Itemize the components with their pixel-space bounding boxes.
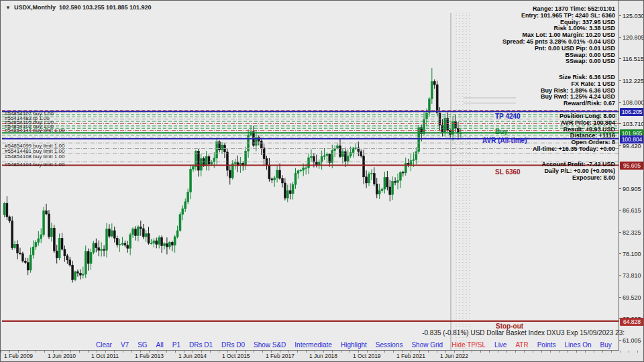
toolbar-link-show-grid[interactable]: Show Grid	[411, 341, 443, 349]
price-axis-label: 78.100	[623, 251, 641, 257]
time-axis-label: 1 Oct 2011	[91, 353, 119, 359]
price-axis-label: 99.420	[623, 143, 641, 149]
buy-line-label[interactable]: Buy	[495, 128, 508, 135]
time-axis[interactable]: 1 Feb 20091 Jun 20101 Oct 20111 Feb 2013…	[1, 350, 643, 361]
risk-info-panel: Size Risk: 6.36 USDFX Rate: 1 USDBuy Ris…	[541, 74, 615, 107]
price-axis-label: 103.710	[623, 121, 644, 127]
order-label: #54854144 buy limit 1.00	[5, 127, 64, 133]
toolbar-link-atr[interactable]: ATR	[515, 341, 528, 349]
toolbar-link-highlight[interactable]: Highlight	[341, 341, 367, 349]
toolbar-link-all[interactable]: All	[156, 341, 164, 349]
toolbar-link-live[interactable]: Live	[494, 341, 506, 349]
info-line: SSwap: 0.00 USD	[502, 58, 615, 65]
avr-line-label[interactable]: AVR (All-time)	[482, 137, 527, 144]
tp-line-label[interactable]: TP 4240	[495, 113, 521, 120]
info-line: All-time: +16.35 Today: +0.00	[533, 146, 615, 153]
info-line: Reward/Risk: 0.67	[541, 101, 615, 107]
time-axis-label: 1 Feb 2017	[266, 353, 294, 359]
price-axis-label: 82.325	[623, 229, 641, 236]
time-axis-label: 1 Feb 2013	[135, 353, 164, 359]
price-axis-label: 125.030	[623, 13, 644, 19]
chart-title-bar: ▼ USDX,Monthly 102.590 103.255 101.885 1…	[5, 4, 152, 11]
toolbar-link-sessions[interactable]: Sessions	[376, 341, 403, 349]
position-info-panel: Position Long: 8.00AVR Price: 100.804Res…	[533, 113, 615, 153]
toolbar-link-v7[interactable]: V7	[121, 341, 129, 349]
time-axis-label: 1 Feb 2021	[396, 353, 425, 359]
info-line: Exposure: 8.00	[541, 175, 615, 182]
price-badge: 95.605	[620, 162, 644, 170]
toolbar-link-sg[interactable]: SG	[138, 341, 147, 349]
toolbar-link-clear[interactable]: Clear	[96, 341, 112, 349]
order-label: #54854108 buy limit 1.00	[5, 154, 64, 160]
toolbar-link-points[interactable]: Points	[537, 341, 556, 349]
trade-info-panel: Range: 1370 Time: 552:01:01Entry: 101.96…	[502, 6, 615, 65]
time-axis-label: 1 Jun 2010	[48, 353, 76, 359]
price-badge: 64.828	[620, 318, 644, 326]
toolbar-link-hide-tp-sl[interactable]: Hide TP/SL	[451, 341, 486, 349]
toolbar-link-drs-d0[interactable]: DRs D0	[221, 341, 245, 349]
account-info-panel: Account Profit: -7.42 USDDaily P/L: +0.0…	[541, 162, 615, 181]
price-axis-label: 116.515	[623, 56, 644, 62]
price-axis-label: 86.615	[623, 207, 641, 214]
time-axis-label: 1 Jun 2022	[440, 353, 468, 359]
toolbar-link-show-s-d[interactable]: Show S&D	[254, 341, 286, 349]
chart-toolbar: ClearV7SGAllP1DRs D1DRs D0Show S&DInterm…	[96, 340, 612, 349]
time-axis-label: 1 Jun 2014	[178, 353, 207, 359]
price-axis-label: 90.905	[623, 186, 641, 192]
time-axis-label: 1 Oct 2015	[222, 353, 250, 359]
order-label: #54854104 buy limit 1.00	[5, 162, 64, 168]
sl-line-label[interactable]: SL 6360	[495, 168, 521, 176]
price-axis[interactable]: 125.030120.805116.515112.225108.000103.7…	[619, 1, 644, 351]
toolbar-link-p1[interactable]: P1	[172, 341, 180, 349]
time-axis-label: 1 Feb 2009	[4, 353, 33, 359]
toolbar-link-drs-d1[interactable]: DRs D1	[189, 341, 213, 349]
index-description: -0.835 (-0.81%) USD Dollar Basket Index …	[422, 329, 625, 337]
symbol-title: USDX,Monthly	[14, 4, 56, 11]
time-axis-label: 1 Jun 2018	[309, 353, 337, 359]
chevron-down-icon[interactable]: ▼	[5, 5, 11, 11]
trading-chart-window: ▼ USDX,Monthly 102.590 103.255 101.885 1…	[0, 0, 644, 362]
toolbar-link-lines-on[interactable]: Lines On	[565, 341, 592, 349]
toolbar-link-intermediate[interactable]: Intermediate	[294, 341, 332, 349]
price-axis-label: 69.520	[623, 294, 641, 301]
price-axis-label: 108.000	[623, 99, 644, 106]
price-axis-label: 120.805	[623, 34, 644, 41]
price-badge: 106.205	[620, 108, 644, 116]
time-axis-label: 1 Oct 2019	[353, 353, 381, 359]
ohlc-readout: 102.590 103.255 101.885 101.920	[59, 4, 152, 11]
price-badge: 100.804	[620, 135, 644, 143]
price-axis-label: 73.810	[623, 272, 641, 279]
price-axis-label: 61.005	[623, 337, 641, 344]
price-axis-label: 112.225	[623, 78, 644, 84]
toolbar-link-buy[interactable]: Buy	[600, 341, 612, 349]
